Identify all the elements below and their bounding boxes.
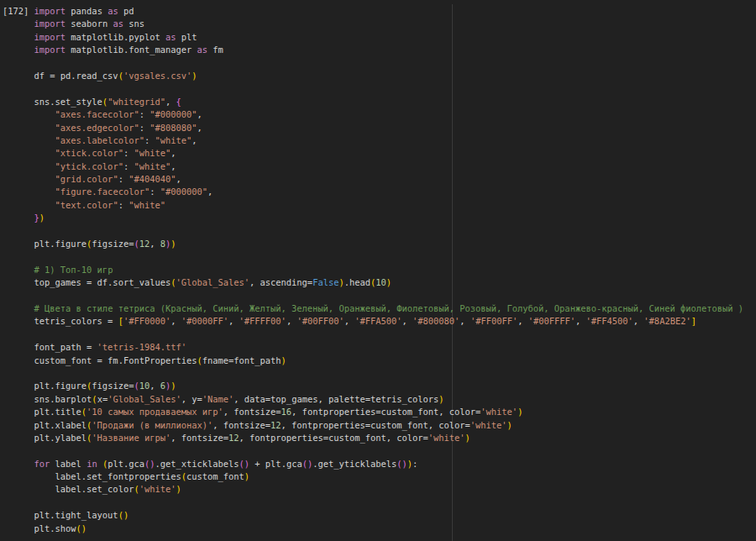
token-s: "ytick.color"	[55, 161, 123, 171]
token-p	[3, 109, 55, 119]
code-line[interactable]: })	[3, 212, 743, 224]
code-line[interactable]: "ytick.color": "white",	[3, 160, 743, 173]
code-line[interactable]: label.set_fontproperties(custom_font)	[3, 470, 743, 483]
token-p: fm	[207, 45, 223, 55]
token-s: '10 самых продаваемых игр'	[87, 407, 223, 417]
token-n: 12	[228, 433, 239, 443]
token-p: .get_xticklabels	[155, 459, 239, 469]
token-p: sns.set_style	[3, 97, 102, 107]
code-line[interactable]	[3, 367, 743, 380]
token-n: 16	[281, 407, 292, 417]
code-line[interactable]	[3, 225, 743, 238]
token-p: ,	[344, 316, 355, 326]
token-s: '#0000FF'	[181, 316, 228, 326]
token-k: import	[34, 32, 66, 42]
code-line[interactable]: sns.set_style("whitegrid", {	[3, 96, 743, 108]
token-p: ,	[402, 316, 413, 326]
token-p	[3, 459, 34, 469]
token-g1: )	[123, 510, 129, 520]
token-p: plt.xlabel	[3, 420, 87, 430]
token-g1: )	[171, 239, 176, 249]
code-line[interactable]: custom_font = fm.FontProperties(fname=fo…	[3, 355, 743, 367]
code-line[interactable]	[3, 82, 743, 95]
code-line[interactable]: import seaborn as sns	[3, 18, 743, 30]
token-n: 10	[375, 277, 386, 287]
code-line[interactable]: # Цвета в стиле тетриса (Красный, Синий,…	[3, 302, 743, 315]
code-line[interactable]: "axes.labelcolor": "white",	[3, 134, 743, 147]
token-p	[3, 303, 34, 313]
code-line[interactable]: sns.barplot(x='Global_Sales', y='Name', …	[3, 393, 743, 406]
code-line[interactable]: tetris_colors = ['#FF0000', '#0000FF', '…	[3, 315, 743, 328]
token-g1: )	[176, 484, 181, 494]
token-g1: )	[171, 381, 176, 391]
token-k: as	[113, 18, 123, 29]
token-p: ,	[633, 316, 644, 326]
token-g1: )	[192, 71, 197, 81]
code-line[interactable]: plt.tight_layout()	[3, 509, 743, 522]
token-g1: )	[438, 394, 444, 404]
token-s: 'white'	[139, 484, 176, 494]
token-s: '#FFFF00'	[239, 316, 286, 326]
code-line[interactable]	[3, 250, 743, 263]
code-line[interactable]	[3, 496, 743, 509]
code-line[interactable]: plt.figure(figsize=(12, 8))	[3, 238, 743, 250]
code-line[interactable]	[3, 290, 743, 302]
token-p: :	[150, 186, 160, 197]
token-s: "whitegrid"	[108, 97, 165, 107]
token-p: + plt.gca	[249, 459, 302, 469]
code-line[interactable]: [172] import pandas as pd	[3, 5, 743, 18]
code-line[interactable]: import matplotlib.font_manager as fm	[3, 44, 743, 56]
code-line[interactable]: plt.figure(figsize=(10, 6))	[3, 380, 743, 392]
token-p: fname=font_path	[202, 355, 281, 365]
token-s: "text.color"	[55, 200, 118, 210]
token-p: plt.ylabel	[3, 433, 87, 443]
token-p: .get_yticklabels	[312, 459, 396, 469]
token-p: ,	[459, 316, 470, 326]
code-line[interactable]: plt.title('10 самых продаваемых игр', fo…	[3, 406, 743, 418]
token-s: 'white'	[428, 433, 465, 443]
code-line[interactable]	[3, 328, 743, 341]
code-line[interactable]: "axes.edgecolor": "#808080",	[3, 122, 743, 134]
token-n: 12	[139, 239, 150, 249]
token-g2: {	[176, 97, 181, 107]
code-line[interactable]: plt.ylabel('Название игры', fontsize=12,…	[3, 432, 743, 444]
token-s: '#FFA500'	[354, 316, 402, 326]
token-p: , fontsize=	[213, 420, 270, 430]
code-line[interactable]: top_games = df.sort_values('Global_Sales…	[3, 276, 743, 289]
token-p: label	[50, 459, 87, 469]
token-s: '#8A2BE2'	[643, 316, 690, 326]
code-line[interactable]: font_path = 'tetris-1984.ttf'	[3, 341, 743, 354]
token-p: matplotlib.pyplot	[66, 32, 165, 42]
code-editor[interactable]: [172] import pandas as pd import seaborn…	[3, 5, 743, 535]
code-line[interactable]: "text.color": "white"	[3, 199, 743, 212]
code-line[interactable]: "figure.facecolor": "#000000",	[3, 186, 743, 198]
token-p: :	[412, 459, 417, 469]
token-k: import	[34, 18, 66, 29]
code-line[interactable]: df = pd.read_csv('vgsales.csv')	[3, 70, 743, 82]
token-n: 10	[139, 381, 150, 391]
execution-count[interactable]: [172]	[3, 6, 34, 16]
code-line[interactable]: for label in (plt.gca().get_xticklabels(…	[3, 458, 743, 470]
token-s: '#00FF00'	[297, 316, 344, 326]
code-line[interactable]: plt.show()	[3, 523, 743, 535]
token-s: "white"	[155, 135, 192, 145]
code-line[interactable]: "grid.color": "#404040",	[3, 173, 743, 186]
code-line[interactable]: import matplotlib.pyplot as plt	[3, 31, 743, 44]
token-s: "#808080"	[150, 123, 197, 133]
token-p: :	[118, 200, 129, 210]
code-line[interactable]: "xtick.color": "white",	[3, 147, 743, 160]
token-p: , data=top_games, palette=tetris_colors	[234, 394, 438, 404]
token-k: as	[108, 6, 118, 16]
code-line[interactable]: label.set_color('white')	[3, 483, 743, 496]
code-line[interactable]: "axes.facecolor": "#000000",	[3, 108, 743, 121]
code-line[interactable]	[3, 444, 743, 457]
code-line[interactable]: plt.xlabel('Продажи (в миллионах)', font…	[3, 419, 743, 432]
code-line[interactable]: # 1) Топ-10 игр	[3, 264, 743, 276]
token-s: 'white'	[470, 420, 507, 430]
code-line[interactable]	[3, 57, 743, 70]
token-s: 'Продажи (в миллионах)'	[92, 420, 213, 430]
token-c: # 1) Топ-10 игр	[34, 265, 113, 275]
token-p: seaborn	[66, 18, 113, 29]
token-s: 'tetris-1984.ttf'	[97, 342, 186, 352]
token-p: plt.figure	[3, 381, 87, 391]
